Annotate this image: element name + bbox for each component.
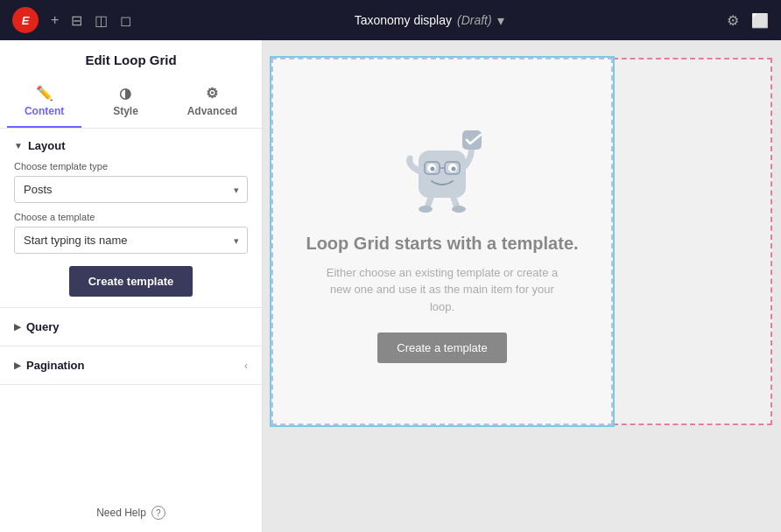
tab-advanced-label: Advanced [187, 105, 237, 117]
panel-title: Edit Loop Grid [0, 52, 262, 76]
monitor-icon[interactable]: ⬜ [751, 12, 769, 29]
topbar: E + ⊟ ◫ ◻ Taxonomy display (Draft) ▾ ⚙ ⬜ [0, 0, 781, 40]
mascot-illustration [394, 120, 490, 216]
svg-point-4 [452, 166, 456, 171]
pagination-section-label: Pagination [26, 359, 84, 372]
query-arrow-icon: ▶ [14, 322, 21, 332]
help-icon[interactable]: ? [151, 506, 165, 520]
template-field: Choose a template Start typing its name … [14, 212, 248, 254]
canvas-right-area [613, 58, 772, 425]
template-type-select[interactable]: Posts Pages Custom [14, 176, 248, 203]
card-description: Either choose an existing template or cr… [324, 264, 560, 316]
pagination-section: ▶ Pagination ‹ [0, 346, 262, 385]
panel-body: ▼ Layout Choose template type Posts Page… [0, 129, 262, 494]
layout-section: ▼ Layout Choose template type Posts Page… [0, 129, 262, 308]
layout-arrow-icon: ▼ [14, 141, 23, 150]
topbar-right: ⚙ ⬜ [727, 12, 769, 29]
template-type-field: Choose template type Posts Pages Custom … [14, 161, 248, 203]
tab-content[interactable]: ✏️ Content [7, 85, 81, 128]
panel-header: Edit Loop Grid ✏️ Content ◑ Style ⚙ Adva… [0, 40, 262, 129]
svg-point-9 [419, 206, 433, 213]
svg-point-10 [452, 206, 466, 213]
topbar-center: Taxonomy display (Draft) ▾ [355, 12, 504, 29]
pagination-arrow-icon: ▶ [14, 360, 21, 370]
template-label: Choose a template [14, 212, 248, 222]
page-title: Taxonomy display [355, 13, 452, 27]
create-template-button[interactable]: Create template [69, 266, 193, 297]
query-section: ▶ Query [0, 308, 262, 346]
query-section-header[interactable]: ▶ Query [14, 320, 248, 333]
settings-icon[interactable]: ⚙ [727, 12, 739, 29]
half-circle-icon: ◑ [119, 85, 131, 102]
loop-grid-card: Loop Grid starts with a template. Either… [271, 58, 613, 425]
template-type-label: Choose template type [14, 161, 248, 172]
add-icon[interactable]: + [51, 12, 59, 28]
panel-footer[interactable]: Need Help ? [0, 494, 262, 532]
tab-style[interactable]: ◑ Style [95, 85, 156, 128]
pagination-right-icon[interactable]: ‹ [244, 360, 248, 372]
left-panel: Edit Loop Grid ✏️ Content ◑ Style ⚙ Adva… [0, 40, 263, 532]
chevron-down-icon[interactable]: ▾ [497, 12, 504, 29]
sliders-icon[interactable]: ⊟ [71, 12, 82, 29]
layers-icon[interactable]: ◫ [95, 12, 108, 29]
template-type-select-wrapper: Posts Pages Custom ▾ [14, 176, 248, 203]
layout-section-header[interactable]: ▼ Layout [14, 139, 248, 152]
main-area: Edit Loop Grid ✏️ Content ◑ Style ⚙ Adva… [0, 40, 781, 532]
topbar-left: E + ⊟ ◫ ◻ [12, 7, 131, 33]
tabs: ✏️ Content ◑ Style ⚙ Advanced [0, 76, 262, 128]
tab-advanced[interactable]: ⚙ Advanced [170, 85, 255, 128]
tab-content-label: Content [25, 105, 64, 117]
card-title: Loop Grid starts with a template. [306, 234, 578, 254]
card-create-button[interactable]: Create a template [377, 332, 506, 363]
draft-label: (Draft) [457, 13, 492, 27]
query-section-label: Query [26, 320, 60, 333]
help-text: Need Help [96, 507, 146, 519]
canvas-container: Loop Grid starts with a template. Either… [271, 58, 772, 425]
template-select[interactable]: Start typing its name [14, 227, 248, 254]
chat-icon[interactable]: ◻ [120, 12, 131, 29]
pagination-section-header[interactable]: ▶ Pagination [14, 359, 84, 372]
pencil-icon: ✏️ [36, 85, 53, 102]
svg-rect-8 [462, 130, 482, 150]
canvas-area: Loop Grid starts with a template. Either… [263, 40, 781, 532]
svg-point-3 [431, 166, 435, 171]
gear-small-icon: ⚙ [206, 85, 218, 102]
template-select-wrapper: Start typing its name ▾ [14, 227, 248, 254]
svg-rect-0 [419, 150, 466, 198]
layout-section-label: Layout [28, 139, 66, 152]
tab-style-label: Style [113, 105, 138, 117]
elementor-logo[interactable]: E [12, 7, 39, 33]
